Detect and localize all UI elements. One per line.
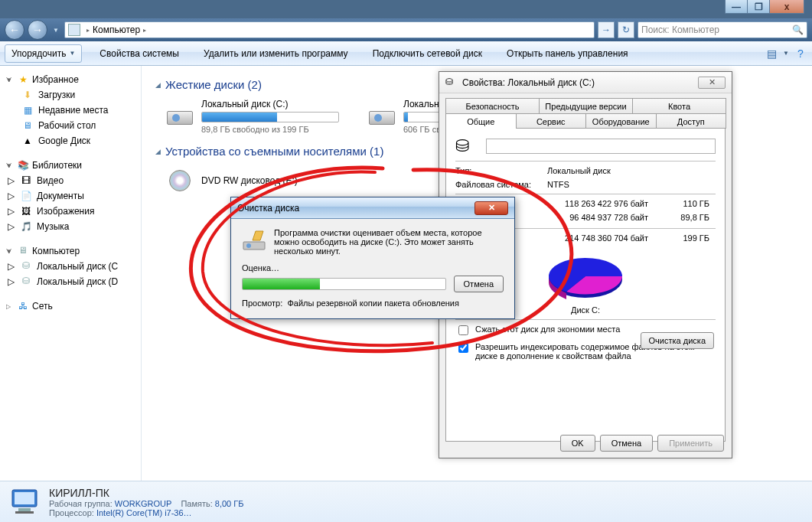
free-bytes: 96 484 937 728 байт (556, 213, 648, 223)
sidebar-item-drive-c[interactable]: ▷⛁Локальный диск (C (0, 259, 141, 274)
document-icon: 📄 (20, 190, 32, 202)
computer-icon (68, 24, 80, 36)
cleanup-icon (242, 228, 266, 253)
used-gb: 110 ГБ (664, 199, 709, 210)
system-properties-button[interactable]: Свойства системы (93, 44, 186, 63)
sidebar-item-music[interactable]: ▷🎵Музыка (0, 219, 141, 234)
usage-pie (543, 249, 628, 304)
drive-icon: ⛁ (445, 77, 458, 89)
sidebar-item-documents[interactable]: ▷📄Документы (0, 188, 141, 204)
chevron-down-icon[interactable]: ▼ (783, 50, 789, 57)
svg-rect-1 (15, 492, 34, 504)
star-icon: ★ (17, 73, 29, 86)
apply-button[interactable]: Применить (657, 435, 724, 452)
disk-cleanup-button[interactable]: Очистка диска (641, 332, 714, 349)
computer-large-icon (8, 487, 41, 517)
cancel-button[interactable]: Отмена (454, 276, 504, 292)
used-bytes: 118 263 422 976 байт (556, 199, 648, 210)
search-placeholder: Поиск: Компьютер (641, 24, 719, 35)
sidebar-libraries[interactable]: ⮟📚Библиотеки (0, 158, 141, 173)
tab-security[interactable]: Безопасность (445, 98, 540, 113)
search-input[interactable]: Поиск: Компьютер 🔍 (638, 21, 807, 38)
drive-icon: ⛁ (455, 136, 486, 156)
forward-button[interactable]: → (28, 20, 47, 40)
sidebar-item-images[interactable]: ▷🖼Изображения (0, 204, 141, 219)
properties-titlebar[interactable]: ⛁ Свойства: Локальный диск (C:) ✕ (439, 72, 732, 93)
sidebar-item-drive-d[interactable]: ▷⛁Локальный диск (D (0, 274, 141, 289)
ok-button[interactable]: OK (560, 435, 595, 452)
details-pane: КИРИЛЛ-ПК Рабочая группа: WORKGROUP Памя… (0, 481, 812, 522)
type-label: Тип: (455, 166, 547, 175)
sidebar-item-video[interactable]: ▷🎞Видео (0, 173, 141, 188)
sidebar-computer[interactable]: ⮟🖥Компьютер (0, 243, 141, 259)
drive-label: Локальный диск (C:) (201, 99, 339, 109)
drive-label: DVD RW дисковод (E:) (201, 175, 298, 186)
cancel-button[interactable]: Отмена (600, 435, 653, 452)
library-icon: 📚 (17, 159, 29, 171)
image-icon: 🖼 (20, 205, 32, 217)
close-button[interactable]: ✕ (698, 77, 726, 89)
search-icon: 🔍 (792, 24, 804, 35)
sidebar-item-recent[interactable]: ▦Недавние места (0, 103, 141, 118)
breadcrumb-sep-icon: ▸ (86, 27, 90, 34)
minimize-button[interactable]: — (725, 0, 748, 14)
sidebar: ⮟★Избранное ⬇Загрузки ▦Недавние места 🖥Р… (0, 66, 142, 481)
tab-previous-versions[interactable]: Предыдущие версии (539, 98, 633, 113)
cleanup-titlebar[interactable]: Очистка диска ✕ (231, 197, 514, 219)
breadcrumb-root[interactable]: Компьютер (93, 24, 140, 35)
computer-icon: 🖥 (17, 245, 29, 257)
organize-button[interactable]: Упорядочить▼ (5, 44, 82, 63)
drive-c[interactable]: Локальный диск (C:) 89,8 ГБ свободно из … (165, 99, 339, 134)
drive-icon (367, 99, 397, 129)
svg-rect-3 (15, 511, 34, 514)
tab-general[interactable]: Общие (445, 113, 517, 129)
network-icon: 🖧 (17, 300, 29, 312)
scanning-value: Файлы резервной копии пакета обновления (287, 299, 459, 308)
free-gb: 89,8 ГБ (664, 213, 709, 223)
view-icon[interactable]: ▤ (765, 47, 778, 60)
capacity-gb: 199 ГБ (664, 233, 709, 244)
cleanup-progress (242, 278, 446, 290)
drive-icon: ⛁ (20, 260, 32, 272)
drive-icon (165, 99, 195, 129)
back-button[interactable]: ← (5, 20, 24, 40)
address-bar: ← → ▼ ▸ Компьютер ▸ → ↻ Поиск: Компьютер… (0, 18, 812, 41)
cleanup-title: Очистка диска (237, 203, 299, 214)
desktop-icon: 🖥 (21, 119, 34, 132)
svg-point-6 (246, 243, 251, 248)
dvd-icon (165, 165, 195, 196)
drive-usage-bar (201, 112, 339, 122)
sidebar-item-downloads[interactable]: ⬇Загрузки (0, 87, 141, 103)
help-icon[interactable]: ? (794, 47, 807, 60)
sidebar-item-gdrive[interactable]: ▲Google Диск (0, 133, 141, 148)
download-icon: ⬇ (21, 89, 34, 101)
fs-value: NTFS (547, 180, 569, 189)
tab-tools[interactable]: Сервис (516, 113, 587, 129)
video-icon: 🎞 (20, 175, 32, 187)
sidebar-network[interactable]: ▷🖧Сеть (0, 299, 141, 314)
sidebar-favorites[interactable]: ⮟★Избранное (0, 72, 141, 87)
go-button[interactable]: → (598, 21, 615, 38)
control-panel-button[interactable]: Открыть панель управления (500, 44, 635, 63)
history-dropdown[interactable]: ▼ (51, 20, 61, 40)
maximize-button[interactable]: ❐ (747, 0, 770, 14)
tab-hardware[interactable]: Оборудование (585, 113, 657, 129)
breadcrumb-sep-icon[interactable]: ▸ (143, 27, 146, 34)
properties-title: Свойства: Локальный диск (C:) (462, 77, 595, 88)
sidebar-item-desktop[interactable]: 🖥Рабочий стол (0, 118, 141, 133)
close-button[interactable]: ✕ (474, 201, 508, 215)
uninstall-program-button[interactable]: Удалить или изменить программу (197, 44, 355, 63)
breadcrumb[interactable]: ▸ Компьютер ▸ (64, 21, 595, 38)
map-drive-button[interactable]: Подключить сетевой диск (366, 44, 489, 63)
cleanup-estimating: Оценка… (242, 263, 504, 272)
cleanup-message: Программа очистки оценивает объем места,… (274, 228, 504, 256)
gdrive-icon: ▲ (21, 135, 34, 147)
fs-label: Файловая система: (455, 180, 547, 189)
toolbar: Упорядочить▼ Свойства системы Удалить ил… (0, 41, 812, 66)
close-button[interactable]: x (769, 0, 804, 14)
refresh-button[interactable]: ↻ (618, 21, 634, 38)
volume-name-input[interactable] (486, 139, 716, 154)
tab-sharing[interactable]: Доступ (656, 113, 727, 129)
computer-name: КИРИЛЛ-ПК (49, 487, 243, 499)
tab-quota[interactable]: Квота (632, 98, 726, 113)
